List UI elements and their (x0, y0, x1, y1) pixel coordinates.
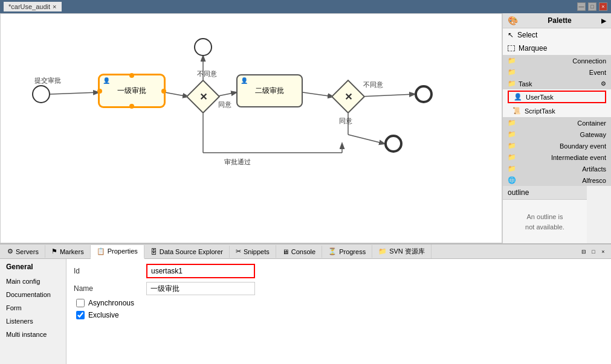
palette-title: Palette (548, 16, 571, 25)
connection-label: Connection (572, 57, 606, 65)
exclusive-checkbox[interactable] (76, 311, 85, 319)
palette-select[interactable]: ↖ Select (503, 28, 611, 42)
svg-line-4 (303, 92, 333, 97)
select-icon: ↖ (508, 31, 514, 39)
palette-marquee[interactable]: Marquee (503, 42, 611, 55)
select-label: Select (517, 31, 537, 39)
tab-markers[interactable]: ⚑ Markers (45, 245, 91, 258)
gateway-1[interactable]: ✕ (186, 80, 221, 114)
datasource-label: Data Source Explorer (160, 248, 223, 255)
close-bottom-btn[interactable]: × (599, 247, 607, 256)
title-tab[interactable]: *carUse_audit × (4, 2, 62, 11)
palette-usertask[interactable]: 👤 UserTask (508, 91, 606, 103)
usertask-icon: 👤 (514, 93, 522, 101)
name-input[interactable] (146, 282, 255, 295)
id-label: Id (74, 267, 146, 275)
tab-close-icon[interactable]: × (53, 3, 56, 10)
marquee-icon (508, 45, 515, 51)
diagram-svg (1, 14, 502, 243)
minimize-bottom-btn[interactable]: ⊟ (580, 247, 588, 256)
event-label: Event (589, 69, 606, 76)
svg-line-0 (50, 92, 99, 94)
nav-documentation[interactable]: Documentation (0, 288, 66, 301)
start-event-1[interactable] (32, 85, 50, 103)
properties-label: Properties (108, 247, 138, 255)
nav-multi-instance[interactable]: Multi instance (0, 328, 66, 341)
progress-icon: ⏳ (328, 247, 337, 255)
bottom-panel: ⚙ Servers ⚑ Markers 📋 Properties 🗄 Data … (0, 243, 611, 364)
palette-section-boundary-event[interactable]: 📁 Boundary event (503, 140, 611, 152)
folder-connection-icon: 📁 (508, 57, 516, 65)
nav-form[interactable]: Form (0, 301, 66, 315)
end-event-2[interactable] (415, 85, 433, 103)
snippets-icon: ✂ (236, 247, 241, 255)
gateway-label: Gateway (580, 131, 606, 138)
close-btn[interactable]: × (599, 2, 607, 11)
tab-servers[interactable]: ⚙ Servers (1, 245, 45, 258)
outline-text: An outline isnot available. (525, 213, 564, 231)
label-agree1: 同意 (218, 100, 231, 109)
palette-section-gateway[interactable]: 📁 Gateway (503, 129, 611, 140)
properties-sidebar: General Main config Documentation Form L… (0, 259, 66, 364)
properties-content: General Main config Documentation Form L… (0, 259, 611, 364)
properties-form: Id Name Asynchronous Exclusive (66, 259, 611, 364)
palette-section-container[interactable]: 📁 Container (503, 117, 611, 129)
minimize-btn[interactable]: — (577, 2, 586, 11)
name-label: Name (74, 284, 146, 293)
gateway1-icon: ✕ (199, 91, 207, 103)
svn-label: SVN 资源库 (389, 247, 425, 256)
general-header: General (0, 259, 66, 275)
bottom-tabs-bar: ⚙ Servers ⚑ Markers 📋 Properties 🗄 Data … (0, 244, 611, 259)
palette-section-intermediate-event[interactable]: 📁 Intermediate event (503, 152, 611, 163)
content-area: 提交审批 👤 一级审批 ✕ 👤 二级 (0, 13, 611, 243)
name-row: Name (74, 282, 604, 295)
task-yijiashenpi[interactable]: 👤 一级审批 (99, 74, 165, 107)
right-panels: 🎨 Palette ▶ ↖ Select Marquee 📁 Con (502, 13, 611, 243)
maximize-btn[interactable]: □ (588, 2, 596, 11)
console-icon: 🖥 (282, 248, 289, 255)
loop-start[interactable] (194, 38, 212, 56)
diagram-canvas[interactable]: 提交审批 👤 一级审批 ✕ 👤 二级 (1, 14, 502, 243)
label-agree2: 同意 (339, 117, 352, 126)
exclusive-row: Exclusive (74, 311, 604, 319)
palette-panel: 🎨 Palette ▶ ↖ Select Marquee 📁 Con (502, 13, 611, 186)
palette-section-task[interactable]: 📁 Task ⚙ (503, 78, 611, 89)
label-submit: 提交审批 (34, 76, 61, 85)
tab-svn[interactable]: 📁 SVN 资源库 (372, 244, 432, 258)
nav-main-config[interactable]: Main config (0, 275, 66, 288)
marquee-label: Marquee (519, 44, 547, 53)
async-row: Asynchronous (74, 299, 604, 307)
task-erjishenpi[interactable]: 👤 二级审批 (236, 74, 303, 107)
maximize-bottom-btn[interactable]: □ (589, 247, 598, 256)
task1-label: 一级审批 (117, 86, 146, 96)
id-input[interactable] (146, 264, 255, 278)
folder-task-icon: 📁 (508, 80, 516, 88)
async-checkbox[interactable] (76, 299, 85, 307)
container-label: Container (577, 120, 606, 127)
nav-listeners[interactable]: Listeners (0, 315, 66, 328)
gateway-2[interactable]: ✕ (331, 80, 366, 114)
tab-snippets[interactable]: ✂ Snippets (230, 245, 276, 258)
artifacts-label: Artifacts (582, 165, 606, 173)
progress-label: Progress (339, 248, 366, 255)
palette-icon: 🎨 (508, 16, 518, 25)
task2-icon: 👤 (241, 77, 248, 84)
tab-properties[interactable]: 📋 Properties (91, 245, 144, 259)
svg-line-1 (165, 92, 188, 97)
tab-datasource[interactable]: 🗄 Data Source Explorer (144, 246, 230, 258)
palette-section-alfresco[interactable]: 🌐 Alfresco (503, 174, 611, 186)
palette-section-artifacts[interactable]: 📁 Artifacts (503, 163, 611, 174)
palette-section-event[interactable]: 📁 Event (503, 66, 611, 78)
scripttask-icon: 📜 (512, 107, 521, 115)
alfresco-label: Alfresco (582, 177, 606, 184)
end-event-1[interactable] (384, 135, 402, 153)
palette-section-connection[interactable]: 📁 Connection (503, 55, 611, 66)
scripttask-label: ScriptTask (525, 107, 555, 115)
label-approved: 审批通过 (224, 158, 251, 167)
servers-label: Servers (16, 248, 39, 255)
outline-title: outline (508, 188, 529, 197)
tab-console[interactable]: 🖥 Console (276, 246, 322, 258)
tab-progress[interactable]: ⏳ Progress (322, 245, 372, 258)
palette-collapse-btn[interactable]: ▶ (601, 18, 606, 24)
palette-scripttask[interactable]: 📜 ScriptTask (503, 104, 611, 117)
